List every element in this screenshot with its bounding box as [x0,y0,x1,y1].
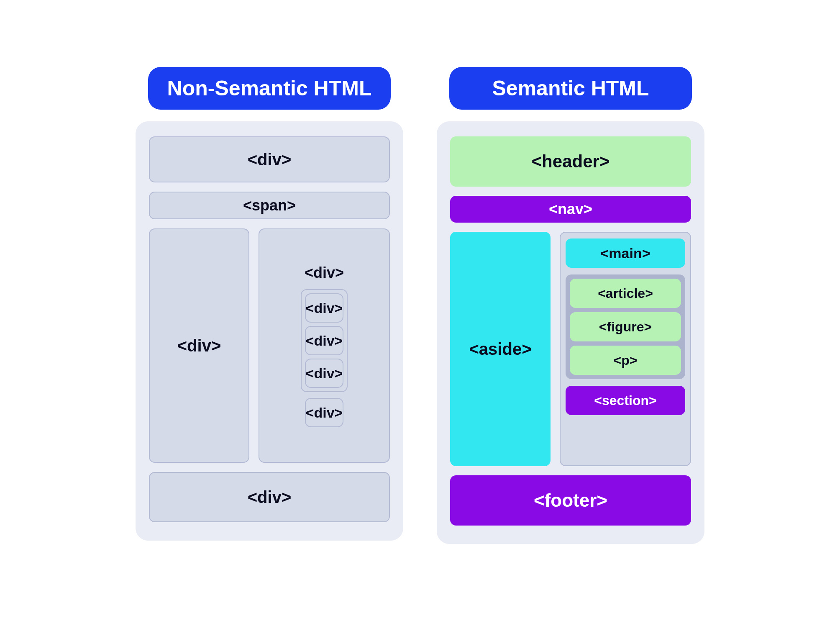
ns-aside-div: <div> [149,228,249,463]
s-article-group: <article> <figure> <p> [566,274,685,379]
semantic-title: Semantic HTML [449,67,692,110]
non-semantic-column: Non-Semantic HTML <div> <span> <div> <di… [136,67,403,541]
s-nav-box: <nav> [450,196,691,223]
s-mid-row: <aside> <main> <article> <figure> <p> <s… [450,232,691,466]
s-figure-box: <figure> [570,312,681,341]
s-main-box: <main> [566,238,685,268]
ns-right-title: <div> [305,264,344,282]
ns-after-group-div: <div> [305,398,344,427]
s-footer-box: <footer> [450,475,691,526]
ns-header-div: <div> [149,136,390,182]
non-semantic-title: Non-Semantic HTML [148,67,391,110]
s-p-box: <p> [570,346,681,375]
semantic-column: Semantic HTML <header> <nav> <aside> <ma… [437,67,704,544]
s-aside-box: <aside> [450,232,551,466]
non-semantic-panel: <div> <span> <div> <div> <div> <div> <di… [136,121,403,541]
s-header-box: <header> [450,136,691,187]
ns-span-box: <span> [149,192,390,219]
s-section-box: <section> [566,386,685,415]
ns-footer-div: <div> [149,472,390,522]
ns-right-container: <div> <div> <div> <div> <div> [259,228,390,463]
s-article-box: <article> [570,279,681,308]
ns-mid-row: <div> <div> <div> <div> <div> <div> [149,228,390,463]
s-right-container: <main> <article> <figure> <p> <section> [560,232,691,466]
ns-inner-div-3: <div> [305,359,344,388]
ns-inner-div-2: <div> [305,326,344,355]
semantic-panel: <header> <nav> <aside> <main> <article> … [437,121,704,544]
ns-inner-group: <div> <div> <div> [301,289,348,392]
ns-inner-div-1: <div> [305,293,344,323]
